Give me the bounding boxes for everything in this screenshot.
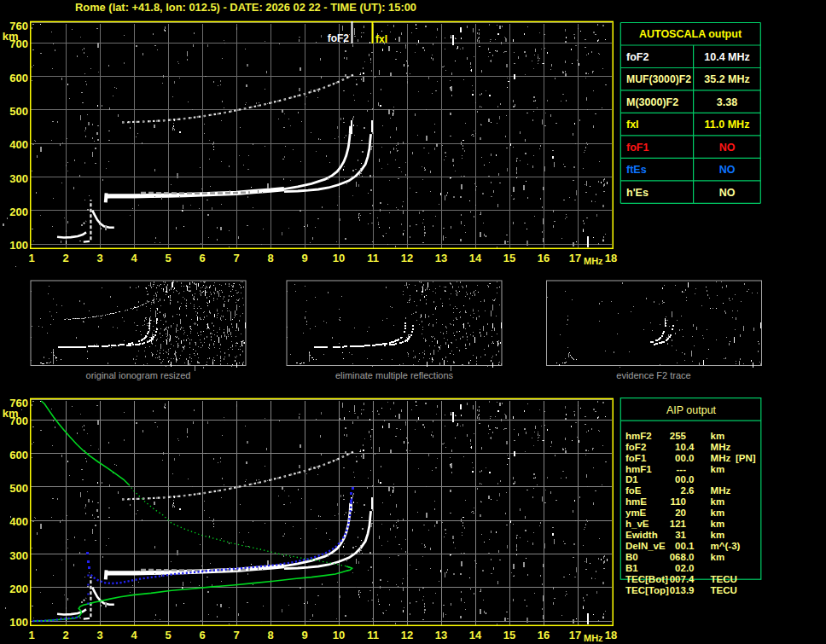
svg-text:original ionogram resized: original ionogram resized [86, 370, 191, 380]
svg-text:16: 16 [538, 252, 550, 264]
svg-text:---: --- [677, 464, 687, 474]
svg-text:foF2: foF2 [328, 32, 350, 44]
svg-text:foF2: foF2 [626, 51, 649, 63]
svg-text:[PN]: [PN] [736, 453, 756, 463]
svg-text:M(3000)F2: M(3000)F2 [626, 96, 678, 108]
svg-text:17: 17 [569, 629, 581, 641]
svg-text:Ewidth: Ewidth [625, 530, 658, 540]
svg-text:10: 10 [333, 629, 345, 641]
svg-text:400: 400 [9, 515, 28, 528]
svg-text:500: 500 [9, 482, 28, 495]
svg-text:121: 121 [670, 519, 687, 529]
svg-text:10: 10 [333, 252, 345, 264]
svg-text:15: 15 [503, 252, 515, 264]
svg-text:255: 255 [670, 431, 687, 441]
svg-text:km: km [711, 464, 725, 474]
svg-text:km: km [711, 508, 725, 518]
svg-text:15: 15 [503, 629, 515, 641]
svg-text:hmF2: hmF2 [625, 431, 652, 441]
svg-text:6: 6 [199, 629, 205, 641]
svg-text:NO: NO [719, 164, 736, 176]
svg-text:13: 13 [435, 252, 447, 264]
svg-text:14: 14 [469, 629, 482, 641]
svg-text:km: km [3, 407, 19, 420]
svg-text:9: 9 [301, 629, 307, 641]
svg-text:500: 500 [9, 105, 28, 118]
svg-text:13: 13 [435, 629, 447, 641]
svg-text:100: 100 [9, 616, 28, 629]
svg-text:00.0: 00.0 [675, 474, 694, 484]
svg-text:600: 600 [9, 72, 28, 84]
svg-text:MHz: MHz [584, 633, 603, 643]
svg-text:300: 300 [9, 549, 28, 562]
svg-text:007.4: 007.4 [670, 574, 695, 584]
svg-text:TECU: TECU [711, 585, 737, 595]
svg-text:7: 7 [233, 629, 239, 641]
svg-text:h'Es: h'Es [626, 187, 649, 199]
svg-text:5: 5 [165, 629, 171, 641]
svg-text:4: 4 [131, 629, 137, 641]
svg-text:MHz: MHz [711, 485, 731, 496]
svg-text:TEC[Bot]: TEC[Bot] [625, 574, 668, 584]
svg-text:2: 2 [62, 252, 68, 264]
svg-text:NO: NO [719, 187, 736, 199]
svg-text:hmE: hmE [625, 496, 647, 507]
svg-text:200: 200 [9, 583, 28, 595]
svg-text:14: 14 [469, 252, 482, 264]
svg-text:110: 110 [670, 496, 686, 507]
svg-text:evidence F2 trace: evidence F2 trace [616, 370, 690, 380]
svg-text:MUF(3000)F2: MUF(3000)F2 [626, 73, 691, 85]
svg-text:km: km [711, 431, 725, 441]
svg-text:B0: B0 [625, 552, 638, 562]
svg-text:h_vE: h_vE [625, 519, 649, 529]
svg-text:1: 1 [28, 252, 34, 264]
svg-text:km: km [3, 30, 19, 43]
svg-text:foE: foE [625, 485, 642, 496]
svg-text:12: 12 [401, 252, 413, 264]
svg-text:DelN_vE: DelN_vE [625, 541, 666, 551]
svg-text:600: 600 [9, 449, 28, 461]
svg-text:013.9: 013.9 [670, 585, 695, 595]
svg-text:3: 3 [96, 252, 102, 264]
svg-text:11: 11 [367, 629, 379, 641]
svg-text:MHz: MHz [584, 256, 603, 266]
svg-text:5: 5 [165, 252, 171, 264]
svg-text:17: 17 [569, 252, 581, 264]
svg-text:MHz: MHz [711, 453, 731, 463]
svg-text:fxI: fxI [375, 33, 387, 45]
svg-text:200: 200 [9, 206, 28, 218]
svg-text:12: 12 [401, 629, 413, 641]
svg-text:NO: NO [719, 142, 736, 154]
svg-text:AUTOSCALA output: AUTOSCALA output [639, 28, 742, 40]
svg-text:foF2: foF2 [625, 442, 646, 452]
svg-text:eliminate multiple reflections: eliminate multiple reflections [335, 370, 454, 380]
svg-text:km: km [711, 530, 725, 540]
svg-text:35.2 MHz: 35.2 MHz [704, 73, 750, 85]
svg-text:02.0: 02.0 [675, 563, 694, 573]
svg-text:MHz: MHz [711, 442, 731, 452]
svg-text:11: 11 [367, 252, 379, 264]
svg-text:km: km [711, 496, 725, 507]
svg-text:00.0: 00.0 [675, 453, 694, 463]
svg-text:3.38: 3.38 [717, 96, 737, 108]
svg-text:3: 3 [96, 629, 102, 641]
svg-text:B1: B1 [625, 563, 638, 573]
svg-text:fxI: fxI [626, 119, 639, 131]
svg-text:18: 18 [605, 629, 617, 641]
svg-text:TECU: TECU [711, 574, 737, 584]
svg-text:068.0: 068.0 [670, 552, 695, 562]
svg-text:km: km [711, 519, 725, 529]
svg-text:hmF1: hmF1 [625, 464, 652, 474]
svg-text:31: 31 [675, 530, 686, 540]
svg-text:4: 4 [131, 252, 137, 264]
svg-text:8: 8 [267, 252, 273, 264]
svg-text:20: 20 [675, 508, 686, 518]
svg-text:TEC[Top]: TEC[Top] [625, 585, 669, 595]
svg-text:AIP output: AIP output [666, 404, 717, 416]
svg-text:m^(-3): m^(-3) [711, 541, 741, 551]
svg-text:Rome (lat: +41.8, lon: 012.5): Rome (lat: +41.8, lon: 012.5) - DATE: 20… [75, 1, 416, 14]
svg-text:D1: D1 [625, 474, 638, 484]
svg-text:00.1: 00.1 [675, 541, 695, 551]
svg-text:300: 300 [9, 172, 28, 185]
svg-text:foF1: foF1 [625, 453, 647, 463]
